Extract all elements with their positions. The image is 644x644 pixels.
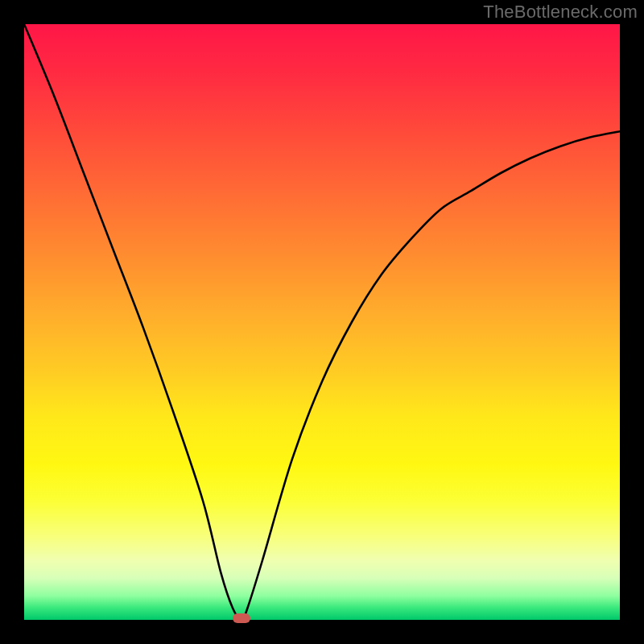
watermark-text: TheBottleneck.com — [483, 2, 638, 23]
curve-svg — [24, 24, 620, 620]
plot-area — [24, 24, 620, 620]
bottleneck-curve — [24, 24, 620, 620]
chart-frame: TheBottleneck.com — [0, 0, 644, 644]
